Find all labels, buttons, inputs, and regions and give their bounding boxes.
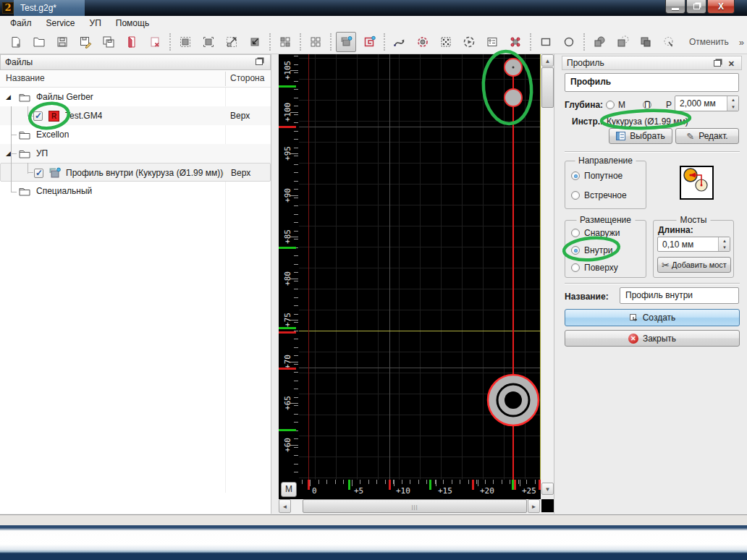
radio-icon[interactable] [571,246,580,255]
vertex-edit-button[interactable] [505,32,526,52]
zoom-selection-button[interactable] [245,32,265,52]
autorun-icon [463,35,476,48]
select-all-button[interactable] [175,32,195,52]
shape-select-button[interactable] [659,32,679,52]
radio-icon[interactable] [571,229,580,237]
bridge-length-spinbox[interactable]: 0,10 мм ▲▼ [657,237,730,252]
tree-row-уп[interactable]: ◢УП [0,144,271,163]
depth-spinbox[interactable]: 2,000 мм ▲▼ [675,96,739,111]
menu-помощь[interactable]: Помощь [109,17,156,30]
spin-down-icon[interactable]: ▼ [719,245,730,250]
toolbar-overflow-icon[interactable]: » [738,37,747,48]
zoom-extents-icon [225,35,238,48]
expander-icon[interactable]: ◢ [6,150,11,157]
minimize-button[interactable] [665,0,685,14]
undo-button[interactable]: Отменить [680,34,738,50]
properties-form-button[interactable] [482,32,502,52]
close-window-button[interactable]: X [707,0,735,14]
path-tool-button[interactable] [389,32,410,52]
scroll-up-button[interactable]: ▲ [541,54,554,67]
menu-файл[interactable]: Файл [3,17,39,30]
radio-icon[interactable] [571,263,580,272]
panelize-grid-button[interactable] [305,32,326,52]
spin-down-icon[interactable]: ▼ [727,105,739,109]
create-button[interactable]: Создать [565,309,740,326]
undock-icon[interactable] [714,60,721,67]
rect-tool-button[interactable] [536,32,556,52]
tree-row-файлы-gerber[interactable]: ◢Файлы Gerber [0,88,271,106]
tree-row-test.gm4[interactable]: RTest.GM4Верх [0,106,271,125]
shape-union-button[interactable] [589,32,609,52]
horizontal-scroll-thumb[interactable]: ||| [303,499,527,513]
placement-option-outside[interactable]: Снаружи [571,228,620,238]
depth-value: 2,000 мм [680,98,716,109]
expander-icon[interactable]: ◢ [6,93,11,101]
close-file-button[interactable] [145,32,165,52]
column-name[interactable]: Название [6,73,45,83]
placement-option-inside[interactable]: Внутри [571,245,613,255]
circle-tool-button[interactable] [559,32,579,52]
gcode-view-button[interactable] [359,32,379,52]
taskbar[interactable]: 15:47 29.11.2019 [0,525,747,560]
scroll-down-button[interactable]: ▼ [541,483,554,495]
direction-option-conventional[interactable]: Встречное [571,190,627,200]
tree-row-специальный[interactable]: Специальный [0,182,271,200]
edit-tool-button[interactable]: ✎ Редакт. [675,128,739,144]
select-region-button[interactable] [198,32,219,52]
save-all-button[interactable] [98,32,119,52]
ruler-major-tick [352,480,353,486]
import-file-button[interactable] [122,32,142,52]
vertical-scroll-thumb[interactable] [541,67,554,108]
profile-title-input[interactable]: Профиль внутри [620,287,739,304]
ruler-tick [294,339,298,339]
vruler-label: +105 [283,55,295,85]
scroll-left-button[interactable]: ◄ [279,499,291,513]
column-divider[interactable] [225,72,226,86]
vertical-scrollbar[interactable]: ▲ ▼ [541,54,554,496]
spin-buttons[interactable]: ▲▼ [727,96,738,111]
panel-close-icon[interactable]: ✕ [728,59,735,69]
open-file-button[interactable] [29,32,49,52]
restore-button[interactable] [686,0,706,14]
direction-option-climb[interactable]: Попутное [571,171,622,181]
placement-option-ontop[interactable]: Поверху [571,263,618,273]
close-button[interactable]: ✕ Закрыть [565,330,740,347]
menu-уп[interactable]: УП [83,17,109,30]
spin-up-icon[interactable]: ▲ [727,98,739,102]
layer-checkbox[interactable] [33,111,43,121]
horizontal-scrollbar[interactable]: ◄ ||| ► [279,499,540,514]
pad-bottom-hole [505,391,522,409]
shape-subtract-button[interactable] [612,32,633,52]
radio-icon[interactable] [571,191,580,200]
spin-up-icon[interactable]: ▲ [719,239,730,243]
aperture-tool-button[interactable] [436,32,456,52]
profile-tool-button[interactable] [336,32,356,52]
pad-top-2[interactable] [505,89,522,106]
add-bridge-button[interactable]: ✂ Добавить мост [657,257,731,273]
toolbar-group [588,32,680,52]
save-file-button[interactable] [52,32,72,52]
shape-intersect-button[interactable] [636,32,656,52]
select-tool-button[interactable]: Выбрать [609,128,672,144]
column-side[interactable]: Сторона [230,73,264,83]
save-as-button[interactable] [75,32,96,52]
autorun-button[interactable] [459,32,479,52]
tree-row-профиль-внутри-кукуруза-1.99-м[interactable]: Профиль внутри (Кукуруза (Ø1.99 мм))(Т..… [0,163,271,182]
drawing-canvas[interactable] [299,54,541,480]
drill-tool-button[interactable] [413,32,433,52]
radio-icon[interactable] [571,171,580,180]
undock-icon[interactable] [256,59,263,65]
scroll-right-button[interactable]: ► [528,499,540,513]
panelize-button[interactable] [275,32,295,52]
menu-service[interactable]: Service [39,17,83,30]
profile-name-input[interactable]: Профиль [565,73,739,92]
tree-row-excellon[interactable]: Excellon [0,125,271,144]
new-file-button[interactable] [6,32,26,52]
units-toggle-button[interactable]: M [281,482,297,497]
depth-radio-m[interactable] [606,101,615,109]
layer-checkbox[interactable] [34,169,43,178]
scroll-grip-icon: ||| [411,503,418,509]
vruler-label: +55 [283,471,295,480]
spin-buttons[interactable]: ▲▼ [718,237,730,251]
zoom-extents-button[interactable] [221,32,242,52]
